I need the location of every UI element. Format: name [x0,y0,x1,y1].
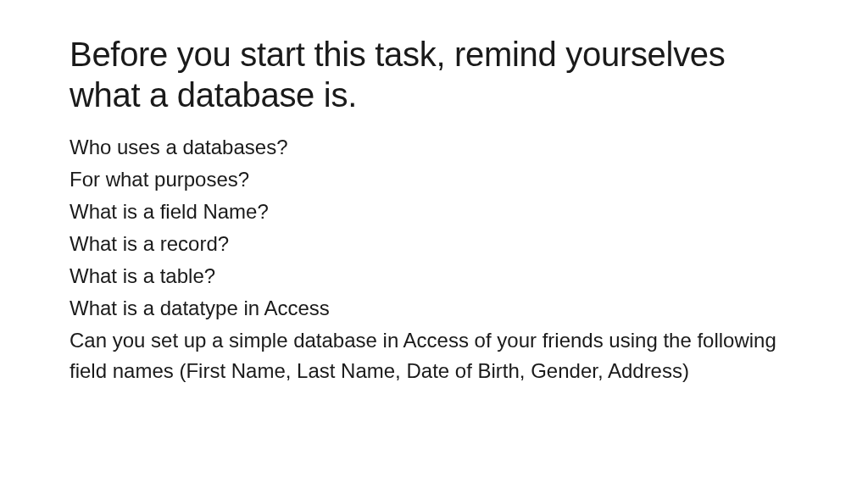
body-line: Can you set up a simple database in Acce… [70,325,798,386]
body-line: What is a record? [70,229,798,259]
body-line: What is a table? [70,261,798,291]
slide-body: Who uses a databases? For what purposes?… [70,132,798,386]
slide-title: Before you start this task, remind yours… [70,34,798,115]
body-line: Who uses a databases? [70,132,798,163]
body-line: What is a datatype in Access [70,293,798,324]
body-line: For what purposes? [70,164,798,195]
body-line: What is a field Name? [70,197,798,227]
